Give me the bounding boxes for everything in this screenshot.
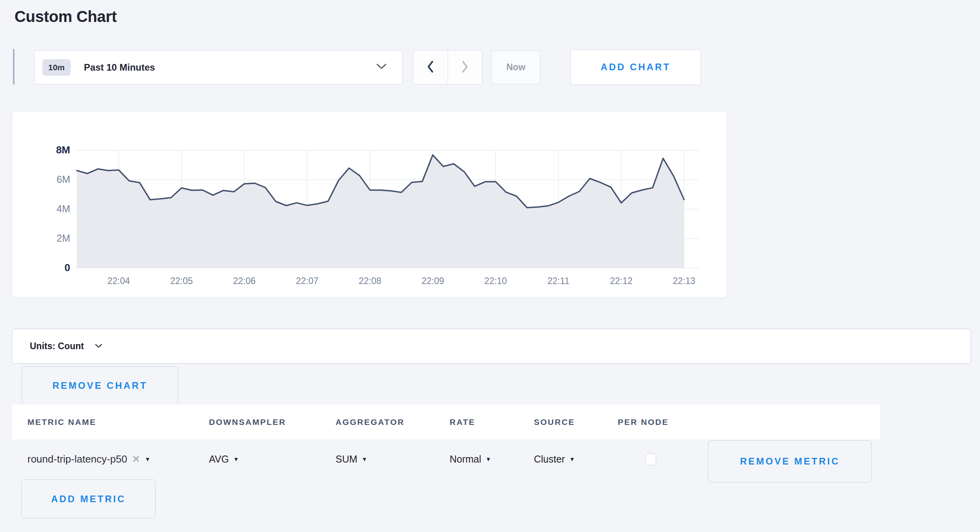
column-header-per-node: PER NODE [618, 417, 782, 427]
svg-text:22:13: 22:13 [673, 276, 695, 286]
source-dropdown[interactable]: Cluster ▾ [534, 454, 618, 465]
toolbar-left-divider [13, 49, 15, 84]
clear-metric-icon[interactable]: ✕ [132, 453, 140, 465]
svg-text:22:06: 22:06 [233, 276, 256, 286]
column-header-downsampler: DOWNSAMPLER [209, 417, 336, 427]
rate-dropdown[interactable]: Normal ▾ [450, 454, 534, 465]
column-header-metric-name: METRIC NAME [27, 417, 209, 427]
dropdown-caret-icon: ▾ [363, 455, 367, 463]
remove-chart-button[interactable]: REMOVE CHART [22, 366, 178, 405]
dropdown-caret-icon: ▾ [570, 455, 574, 463]
metric-name-dropdown[interactable]: round-trip-latency-p50 ✕ ▾ [27, 453, 209, 465]
aggregator-value: SUM [336, 454, 358, 465]
metric-name-value: round-trip-latency-p50 [27, 453, 127, 465]
svg-text:22:08: 22:08 [359, 276, 381, 286]
svg-text:22:09: 22:09 [421, 276, 444, 286]
svg-text:22:12: 22:12 [610, 276, 633, 286]
downsampler-value: AVG [209, 454, 229, 465]
add-metric-button[interactable]: ADD METRIC [21, 479, 156, 518]
svg-text:8M: 8M [56, 144, 70, 156]
dropdown-caret-icon: ▾ [234, 455, 238, 463]
downsampler-dropdown[interactable]: AVG ▾ [209, 454, 336, 465]
chevron-right-icon [461, 60, 469, 75]
column-header-aggregator: AGGREGATOR [336, 417, 450, 427]
svg-text:4M: 4M [56, 203, 70, 214]
svg-text:22:05: 22:05 [170, 276, 193, 286]
dropdown-caret-icon: ▾ [146, 455, 149, 463]
time-range-label: Past 10 Minutes [84, 62, 155, 73]
column-header-rate: RATE [450, 417, 534, 427]
time-nav-group [413, 50, 483, 84]
remove-metric-button[interactable]: REMOVE METRIC [708, 440, 872, 483]
custom-chart-page: Custom Chart 10m Past 10 Minutes Now ADD… [0, 0, 980, 532]
svg-text:6M: 6M [56, 174, 70, 185]
page-title: Custom Chart [15, 8, 117, 26]
units-label: Units: Count [30, 341, 84, 352]
column-header-source: SOURCE [534, 417, 618, 427]
units-dropdown[interactable]: Units: Count [12, 329, 971, 364]
add-chart-button[interactable]: ADD CHART [570, 49, 701, 85]
metrics-table-header: METRIC NAME DOWNSAMPLER AGGREGATOR RATE … [12, 404, 880, 439]
time-range-badge: 10m [42, 59, 71, 76]
chevron-down-icon [376, 64, 387, 71]
source-value: Cluster [534, 454, 565, 465]
time-range-dropdown[interactable]: 10m Past 10 Minutes [34, 50, 403, 84]
now-button[interactable]: Now [491, 50, 541, 84]
svg-text:22:07: 22:07 [296, 276, 319, 286]
next-time-button[interactable] [448, 51, 483, 84]
timeseries-chart: 02M4M6M8M22:0422:0522:0622:0722:0822:092… [12, 111, 727, 297]
chevron-down-icon [95, 343, 102, 350]
chevron-left-icon [426, 60, 434, 75]
svg-text:22:11: 22:11 [548, 276, 570, 286]
rate-value: Normal [450, 454, 481, 465]
svg-text:2M: 2M [56, 233, 70, 244]
prev-time-button[interactable] [413, 51, 448, 84]
svg-text:0: 0 [65, 262, 70, 273]
aggregator-dropdown[interactable]: SUM ▾ [336, 454, 450, 465]
svg-text:22:04: 22:04 [107, 276, 130, 286]
svg-text:22:10: 22:10 [484, 276, 507, 286]
chart-card: 02M4M6M8M22:0422:0522:0622:0722:0822:092… [12, 111, 727, 298]
per-node-checkbox[interactable] [645, 453, 656, 465]
dropdown-caret-icon: ▾ [487, 455, 490, 463]
